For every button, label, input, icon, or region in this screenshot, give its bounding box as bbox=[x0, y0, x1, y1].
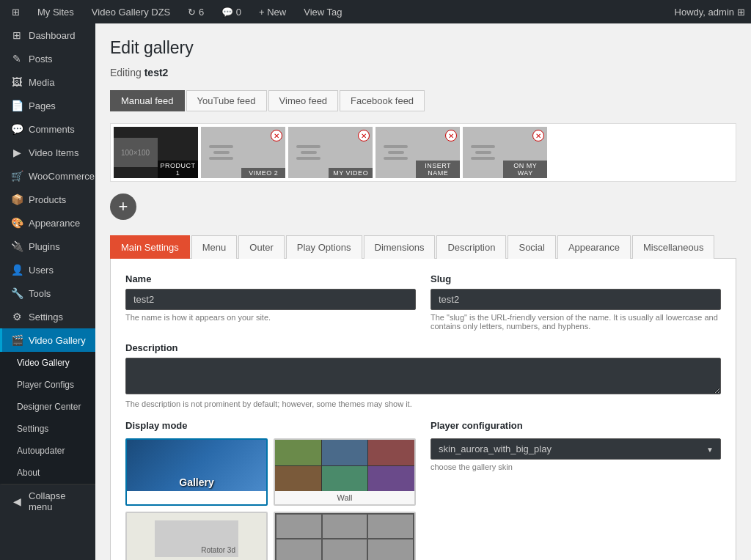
admin-bar: ⊞ My Sites Video Gallery DZS ↻ 6 💬 0 + N… bbox=[0, 0, 751, 23]
description-label: Description bbox=[125, 342, 721, 353]
sidebar-label-users: Users bbox=[29, 265, 54, 276]
collapse-label: Collapse menu bbox=[29, 490, 87, 512]
editing-name: test2 bbox=[144, 67, 169, 78]
sidebar-item-plugins[interactable]: 🔌 Plugins bbox=[0, 235, 95, 258]
slug-input[interactable] bbox=[431, 289, 721, 310]
collapse-menu[interactable]: ◀ Collapse menu bbox=[0, 484, 95, 518]
display-option-rotator3d[interactable]: Rotator 3d bbox=[125, 512, 268, 560]
tab-main-settings[interactable]: Main Settings bbox=[110, 235, 190, 259]
video-item-0[interactable]: 100×100 PRODUCT 1 bbox=[114, 127, 198, 178]
submenu-label-settings: Settings bbox=[17, 424, 48, 434]
add-video-button[interactable]: + bbox=[110, 194, 136, 220]
sidebar-label-woocommerce: WooCommerce bbox=[29, 171, 95, 182]
player-config-select[interactable]: skin_aurora_with_big_play skin_default s… bbox=[431, 438, 721, 460]
sidebar-label-video-items: Video Items bbox=[29, 147, 78, 158]
video-close-3[interactable]: ✕ bbox=[445, 130, 457, 141]
comments-icon[interactable]: 💬 0 bbox=[216, 7, 247, 18]
settings-icon: ⚙ bbox=[11, 311, 23, 323]
description-hint: The description is not prominent by defa… bbox=[125, 399, 721, 408]
display-option-videowall[interactable]: Video wall bbox=[274, 512, 416, 560]
submenu-settings[interactable]: Settings bbox=[0, 418, 95, 440]
sidebar-item-products[interactable]: 📦 Products bbox=[0, 188, 95, 211]
sidebar-label-comments: Comments bbox=[29, 124, 75, 135]
tab-description[interactable]: Description bbox=[436, 235, 506, 259]
view-tag[interactable]: View Tag bbox=[298, 7, 348, 18]
tab-menu[interactable]: Menu bbox=[191, 235, 238, 259]
users-icon: 👤 bbox=[11, 264, 23, 276]
slug-group: Slug The "slug" is the URL-friendly vers… bbox=[431, 273, 721, 331]
video-item-2[interactable]: ✕ MY VIDEO bbox=[288, 127, 373, 178]
name-slug-row: Name The name is how it appears on your … bbox=[125, 273, 721, 331]
player-config-wrapper: skin_aurora_with_big_play skin_default s… bbox=[431, 438, 721, 460]
description-textarea[interactable] bbox=[125, 358, 721, 394]
admin-menu-toggle[interactable]: ⊞ bbox=[737, 7, 745, 18]
new-button[interactable]: + New bbox=[253, 7, 292, 18]
sidebar-item-woocommerce[interactable]: 🛒 WooCommerce bbox=[0, 164, 95, 188]
feed-tab-vimeo[interactable]: Vimeo feed bbox=[268, 90, 339, 111]
video-label-2: MY VIDEO bbox=[329, 168, 373, 178]
sidebar-label-tools: Tools bbox=[29, 288, 51, 299]
sidebar-item-comments[interactable]: 💬 Comments bbox=[0, 117, 95, 141]
submenu-label-about: About bbox=[17, 468, 40, 478]
feed-tab-facebook[interactable]: Facebook feed bbox=[340, 90, 425, 111]
sidebar-item-tools[interactable]: 🔧 Tools bbox=[0, 281, 95, 305]
video-items-icon: ▶ bbox=[11, 147, 23, 158]
submenu-label-autoupdater: Autoupdater bbox=[17, 446, 65, 456]
feed-tabs: Manual feed YouTube feed Vimeo feed Face… bbox=[110, 90, 736, 111]
sidebar-item-video-items[interactable]: ▶ Video Items bbox=[0, 141, 95, 164]
video-item-3[interactable]: ✕ INSERT NAME bbox=[376, 127, 460, 178]
name-input[interactable] bbox=[125, 289, 416, 310]
sidebar-item-users[interactable]: 👤 Users bbox=[0, 258, 95, 281]
page-title: Edit gallery bbox=[110, 38, 736, 58]
comments-sidebar-icon: 💬 bbox=[11, 123, 23, 135]
sidebar-item-posts[interactable]: ✎ Posts bbox=[0, 47, 95, 70]
sync-icon[interactable]: ↻ 6 bbox=[182, 7, 210, 18]
video-strip: 100×100 PRODUCT 1 ✕ VIMEO 2 ✕ bbox=[110, 123, 736, 182]
sidebar-label-posts: Posts bbox=[29, 54, 53, 65]
site-name[interactable]: Video Gallery DZS bbox=[86, 7, 176, 18]
tab-play-options[interactable]: Play Options bbox=[286, 235, 362, 259]
tab-dimensions[interactable]: Dimensions bbox=[364, 235, 436, 259]
sidebar-label-dashboard: Dashboard bbox=[29, 30, 76, 41]
display-option-gallery[interactable]: Gallery bbox=[125, 438, 268, 506]
media-icon: 🖼 bbox=[11, 76, 23, 88]
video-close-4[interactable]: ✕ bbox=[532, 130, 544, 141]
sidebar-item-appearance[interactable]: 🎨 Appearance bbox=[0, 211, 95, 235]
tab-miscellaneous[interactable]: Miscellaneous bbox=[632, 235, 714, 259]
sidebar-label-plugins: Plugins bbox=[29, 241, 60, 252]
submenu-about[interactable]: About bbox=[0, 462, 95, 484]
sidebar-item-dashboard[interactable]: ⊞ Dashboard bbox=[0, 23, 95, 47]
posts-icon: ✎ bbox=[11, 53, 23, 65]
submenu-label-player-configs: Player Configs bbox=[17, 380, 74, 390]
tab-social[interactable]: Social bbox=[508, 235, 555, 259]
feed-tab-youtube[interactable]: YouTube feed bbox=[186, 90, 267, 111]
video-label-0: PRODUCT 1 bbox=[158, 161, 198, 178]
submenu-designer-center[interactable]: Designer Center bbox=[0, 396, 95, 418]
tab-outer[interactable]: Outer bbox=[238, 235, 285, 259]
display-mode-grid: Gallery bbox=[125, 438, 416, 560]
display-player-row: Display mode Gallery bbox=[125, 420, 721, 560]
sidebar-item-video-gallery[interactable]: 🎬 Video Gallery bbox=[0, 328, 95, 352]
feed-tab-manual[interactable]: Manual feed bbox=[110, 90, 185, 111]
submenu-autoupdater[interactable]: Autoupdater bbox=[0, 440, 95, 462]
main-content: Edit gallery Editing test2 Manual feed Y… bbox=[95, 23, 751, 560]
tab-appearance[interactable]: Appearance bbox=[557, 235, 631, 259]
video-close-1[interactable]: ✕ bbox=[271, 130, 282, 141]
sidebar-item-settings[interactable]: ⚙ Settings bbox=[0, 305, 95, 328]
sidebar-label-video-gallery: Video Gallery bbox=[29, 335, 86, 346]
description-group: Description The description is not promi… bbox=[125, 342, 721, 408]
submenu-player-configs[interactable]: Player Configs bbox=[0, 374, 95, 396]
sidebar-item-pages[interactable]: 📄 Pages bbox=[0, 94, 95, 117]
video-item-1[interactable]: ✕ VIMEO 2 bbox=[201, 127, 285, 178]
sidebar-item-media[interactable]: 🖼 Media bbox=[0, 70, 95, 94]
wp-logo[interactable]: ⊞ bbox=[6, 7, 26, 18]
video-close-2[interactable]: ✕ bbox=[358, 130, 370, 141]
sidebar: ⊞ Dashboard ✎ Posts 🖼 Media 📄 Pages 💬 Co… bbox=[0, 23, 95, 560]
sidebar-submenu: Video Gallery Player Configs Designer Ce… bbox=[0, 352, 95, 484]
display-option-wall[interactable]: Wall bbox=[274, 438, 416, 506]
my-sites[interactable]: My Sites bbox=[32, 7, 80, 18]
video-item-4[interactable]: ✕ ON MY WAY bbox=[463, 127, 547, 178]
plugins-icon: 🔌 bbox=[11, 240, 23, 252]
submenu-video-gallery[interactable]: Video Gallery bbox=[0, 352, 95, 374]
woocommerce-icon: 🛒 bbox=[11, 170, 23, 182]
